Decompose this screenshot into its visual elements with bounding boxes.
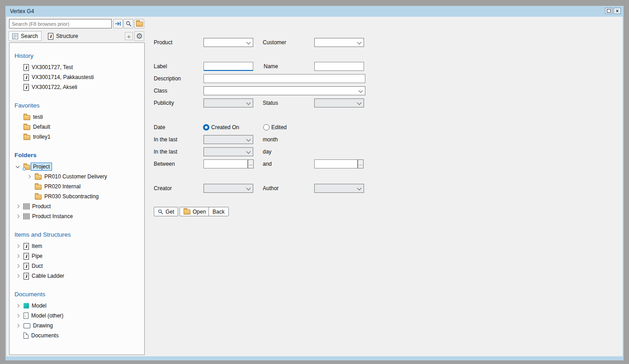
creator-combobox[interactable]	[203, 184, 253, 193]
info-icon	[24, 243, 29, 250]
chevron-down-icon	[357, 40, 362, 45]
tree-item-label-selected: Project	[31, 163, 52, 171]
created-on-radio[interactable]	[203, 124, 209, 131]
between-to-input[interactable]	[314, 159, 358, 168]
chevron-down-icon	[246, 40, 251, 45]
add-tab-button[interactable]: +	[125, 32, 133, 40]
favorite-item[interactable]: Default	[9, 122, 144, 132]
info-icon	[24, 273, 29, 280]
between-to-browse-button[interactable]: ...	[358, 159, 364, 168]
description-input[interactable]	[203, 74, 365, 83]
tree-item-label: Item	[32, 243, 42, 249]
application-window: Vertex G4 × Search Structure + ⚙ History	[0, 0, 629, 364]
publicity-combobox[interactable]	[203, 98, 253, 107]
back-button[interactable]: Back	[208, 207, 229, 216]
class-combobox[interactable]	[203, 86, 365, 95]
history-item-label: VX3001722, Akseli	[32, 84, 77, 90]
history-item[interactable]: VX3001722, Akseli	[9, 82, 144, 92]
favorite-item-label: trolley1	[33, 134, 51, 140]
chevron-down-icon	[246, 101, 251, 105]
label-input[interactable]	[203, 62, 253, 71]
tab-structure[interactable]: Structure	[45, 31, 81, 41]
chevron-right-icon[interactable]	[14, 243, 21, 249]
window-border-left	[5, 17, 6, 356]
section-title-history: History	[14, 52, 144, 60]
open-button[interactable]: Open	[180, 207, 210, 216]
tree-item-pr010[interactable]: PR010 Customer Delivery	[9, 172, 144, 182]
name-input[interactable]	[314, 62, 364, 71]
tree-item-documents[interactable]: Documents	[9, 331, 144, 341]
tree-item-pr030[interactable]: PR030 Subcontracting	[9, 191, 144, 201]
folder-icon	[35, 175, 42, 180]
tree-item-pipe[interactable]: Pipe	[9, 251, 144, 261]
tree-item-cable-ladder[interactable]: Cable Ladder	[9, 271, 144, 281]
last-days-combobox[interactable]	[203, 147, 253, 156]
open-folder-button[interactable]	[134, 19, 144, 28]
favorite-item[interactable]: trolley1	[9, 132, 144, 142]
tree-item-drawing[interactable]: Drawing	[9, 321, 144, 331]
tree-item-item[interactable]: Item	[9, 241, 144, 251]
history-item[interactable]: VX3001714, Pakkaustesti	[9, 72, 144, 82]
chevron-right-icon[interactable]	[14, 203, 21, 210]
favorite-item[interactable]: testi	[9, 112, 144, 122]
folder-icon	[136, 22, 143, 27]
search-button[interactable]	[123, 19, 133, 28]
author-combobox[interactable]	[314, 184, 364, 193]
info-icon	[24, 253, 29, 260]
customer-combobox[interactable]	[314, 38, 364, 47]
tree-item-model-other[interactable]: Model (other)	[9, 311, 144, 321]
history-item-label: VX3001714, Pakkaustesti	[32, 74, 94, 80]
chevron-right-icon[interactable]	[14, 273, 21, 279]
open-button-label: Open	[193, 209, 206, 215]
folder-icon	[24, 135, 30, 140]
titlebar: Vertex G4 ×	[5, 6, 624, 17]
last-months-combobox[interactable]	[203, 135, 253, 144]
status-combobox[interactable]	[314, 98, 364, 107]
get-button[interactable]: Get	[154, 207, 178, 216]
chevron-right-icon[interactable]	[14, 263, 21, 269]
name-label: Name	[264, 63, 278, 70]
tree-item-pr020[interactable]: PR020 Internal	[9, 182, 144, 191]
tab-search[interactable]: Search	[9, 31, 42, 41]
product-label: Product	[154, 39, 172, 46]
folder-icon	[35, 195, 42, 200]
info-icon	[48, 33, 53, 40]
close-button[interactable]: ×	[614, 8, 621, 14]
customer-label: Customer	[263, 39, 286, 46]
folder-icon	[35, 185, 42, 190]
tree-item-product[interactable]: Product	[9, 201, 144, 211]
go-arrow-icon	[115, 21, 121, 26]
chevron-right-icon[interactable]	[14, 213, 21, 219]
page-icon	[24, 332, 28, 339]
chevron-down-icon	[359, 89, 363, 93]
chevron-right-icon[interactable]	[26, 173, 32, 180]
tree-item-project[interactable]: Project	[9, 162, 144, 172]
product-combobox[interactable]	[203, 38, 253, 47]
chevron-down-icon	[246, 137, 251, 142]
chevron-right-icon[interactable]	[14, 253, 21, 259]
date-label: Date	[154, 124, 165, 131]
tree-item-label: Duct	[32, 263, 43, 269]
tree-item-product-instance[interactable]: Product Instance	[9, 211, 144, 221]
chevron-right-icon[interactable]	[14, 322, 21, 329]
between-from-input[interactable]	[203, 159, 248, 168]
between-from-browse-button[interactable]: ...	[248, 159, 254, 168]
edited-radio[interactable]	[263, 124, 270, 131]
tree-item-label: Product	[32, 203, 51, 210]
tab-structure-label: Structure	[56, 33, 78, 39]
go-button[interactable]	[113, 19, 123, 28]
history-item[interactable]: VX3001727, Test	[9, 62, 144, 72]
tree-item-label: PR020 Internal	[44, 183, 80, 190]
status-label: Status	[263, 99, 278, 107]
chevron-right-icon[interactable]	[14, 303, 21, 309]
chevron-right-icon[interactable]	[14, 313, 21, 319]
tree-item-duct[interactable]: Duct	[9, 261, 144, 271]
tab-search-label: Search	[21, 33, 38, 39]
restore-button[interactable]	[605, 8, 612, 14]
search-input[interactable]	[9, 19, 112, 28]
tree-item-model[interactable]: Model	[9, 301, 144, 311]
created-on-label: Created On	[211, 124, 239, 131]
chevron-down-icon[interactable]	[14, 163, 21, 170]
settings-button[interactable]: ⚙	[134, 31, 144, 41]
drawing-icon	[24, 323, 30, 328]
